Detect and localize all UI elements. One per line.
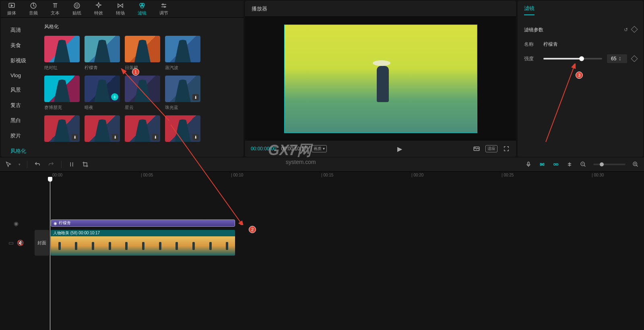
- filter-categories: 高清 美食 影视级 Vlog 风景 复古 黑白 胶片 风格化: [1, 18, 41, 157]
- filter-item[interactable]: +暗夜: [85, 76, 120, 111]
- filter-clip-label: 柠檬青: [59, 220, 71, 226]
- download-icon[interactable]: ⬇: [112, 134, 118, 140]
- filter-item[interactable]: 柠檬青: [85, 36, 120, 71]
- cover-button[interactable]: 封面: [35, 230, 49, 256]
- svg-point-8: [162, 4, 163, 5]
- svg-line-20: [171, 125, 241, 223]
- tab-label: 调节: [159, 10, 168, 16]
- svg-rect-14: [542, 164, 543, 165]
- tab-sticker[interactable]: 贴纸: [66, 1, 88, 17]
- cat-cinema[interactable]: 影视级: [1, 53, 41, 68]
- link-icon[interactable]: [552, 161, 559, 168]
- timeline-panel: ▾ 00:00| 00:05| 00:10| 00:15| 00:20| 00:…: [0, 158, 644, 330]
- cat-stylize[interactable]: 风格化: [1, 143, 41, 157]
- filter-clip-icon: ◉: [54, 221, 57, 225]
- player-header: 播放器: [245, 1, 516, 17]
- zoom-in-icon[interactable]: [632, 161, 639, 168]
- play-button[interactable]: ▶: [396, 145, 404, 153]
- ruler-tick: | 00:05: [141, 173, 153, 177]
- video-thumbnails: [51, 236, 235, 256]
- filter-item-label: 柠檬青: [85, 65, 120, 71]
- tab-audio[interactable]: 音频: [23, 1, 44, 17]
- track-settings-icon[interactable]: ▭: [8, 240, 14, 246]
- tab-label: 转场: [116, 10, 125, 16]
- player-canvas[interactable]: [245, 17, 516, 141]
- filter-track-icon[interactable]: ◉: [14, 220, 19, 227]
- svg-rect-11: [528, 162, 529, 165]
- ruler-tick: | 00:25: [502, 173, 514, 177]
- pointer-tool[interactable]: [5, 161, 12, 168]
- add-icon[interactable]: +: [111, 93, 118, 100]
- cat-vlog[interactable]: Vlog: [1, 68, 41, 82]
- mic-icon[interactable]: [525, 161, 532, 168]
- prop-tab-filter[interactable]: 滤镜: [524, 5, 535, 15]
- annotation-arrow-2: [171, 125, 251, 225]
- align-icon[interactable]: [566, 161, 573, 168]
- filter-item[interactable]: ⬇: [44, 115, 80, 144]
- filter-item[interactable]: ⬇: [85, 115, 120, 144]
- strength-slider[interactable]: [543, 58, 602, 59]
- gallery-title: 风格化: [41, 21, 244, 33]
- tab-adjust[interactable]: 调节: [153, 1, 175, 17]
- video-clip[interactable]: 人物唯美 (58) 00:00:10:17: [51, 230, 235, 256]
- cat-hd[interactable]: 高清: [1, 23, 41, 38]
- resource-tabs: 媒体 音频 文本 贴纸 特效 转场 滤镜 调节: [1, 1, 244, 18]
- cat-bw[interactable]: 黑白: [1, 113, 41, 128]
- cat-food[interactable]: 美食: [1, 38, 41, 53]
- watermark: GX7网 system.com: [268, 141, 316, 165]
- ruler-tick: 00:00: [52, 173, 62, 177]
- snapshot-icon[interactable]: [473, 145, 481, 153]
- tab-text[interactable]: 文本: [44, 1, 66, 17]
- strength-keyframe-icon[interactable]: [631, 55, 638, 62]
- tab-label: 滤镜: [138, 10, 147, 16]
- track-mute-icon[interactable]: 🔇: [17, 240, 24, 246]
- tab-transition[interactable]: 转场: [109, 1, 131, 17]
- download-icon[interactable]: ⬇: [192, 94, 199, 100]
- timeline-tracks[interactable]: ◉ ◉ 柠檬青 ▭ 🔇 封面 人物唯美 (58) 00:00:10:17: [0, 179, 644, 330]
- filter-item[interactable]: 赛博朋克: [44, 76, 80, 111]
- player-panel: 播放器 00:00:00:00 00:00:10:17 画质 ▾ ▶ 适应: [245, 1, 516, 157]
- svg-rect-15: [554, 164, 556, 165]
- annotation-3: 3: [576, 72, 583, 79]
- ruler-tick: | 00:15: [321, 173, 333, 177]
- undo-icon[interactable]: ↺: [624, 27, 628, 33]
- magnet-icon[interactable]: [539, 161, 546, 168]
- cat-retro[interactable]: 复古: [1, 98, 41, 113]
- tab-filter[interactable]: 滤镜: [131, 1, 153, 17]
- name-label: 名称: [524, 41, 539, 48]
- split-tool[interactable]: [68, 161, 75, 168]
- fullscreen-icon[interactable]: [502, 145, 510, 153]
- tab-label: 贴纸: [72, 10, 81, 16]
- download-icon[interactable]: ⬇: [72, 134, 78, 140]
- filter-item[interactable]: 绝对红: [44, 36, 80, 71]
- zoom-slider[interactable]: [593, 164, 625, 165]
- timeline-toolbar: ▾: [0, 158, 644, 171]
- svg-point-7: [140, 5, 144, 8]
- tab-media[interactable]: 媒体: [1, 1, 23, 17]
- strength-label: 强度: [524, 55, 539, 62]
- svg-rect-13: [543, 163, 544, 165]
- filter-item[interactable]: 蒸汽波: [165, 36, 200, 71]
- cat-landscape[interactable]: 风景: [1, 82, 41, 98]
- svg-point-3: [76, 5, 76, 6]
- filter-item-label: 暗夜: [85, 105, 120, 111]
- crop-tool[interactable]: [82, 161, 89, 168]
- redo-button[interactable]: [47, 161, 55, 168]
- ruler-tick: | 00:30: [592, 173, 604, 177]
- strength-value-input[interactable]: 65 ▲▼: [607, 54, 627, 63]
- timeline-ruler[interactable]: 00:00| 00:05| 00:10| 00:15| 00:20| 00:25…: [0, 171, 644, 179]
- annotation-1: 1: [132, 68, 139, 76]
- undo-button[interactable]: [34, 161, 41, 168]
- cat-film[interactable]: 胶片: [1, 128, 41, 143]
- fit-selector[interactable]: 适应: [485, 145, 497, 152]
- zoom-out-icon[interactable]: [580, 161, 587, 168]
- tab-effect[interactable]: 特效: [88, 1, 109, 17]
- filter-name-value: 柠檬青: [543, 41, 558, 48]
- filter-item[interactable]: 日落橙: [125, 36, 160, 71]
- video-preview: [284, 25, 477, 133]
- svg-point-2: [74, 3, 80, 8]
- keyframe-icon[interactable]: [631, 26, 638, 33]
- pointer-dropdown[interactable]: ▾: [19, 162, 21, 166]
- ruler-tick: | 00:20: [411, 173, 423, 177]
- download-icon[interactable]: ⬇: [152, 134, 159, 140]
